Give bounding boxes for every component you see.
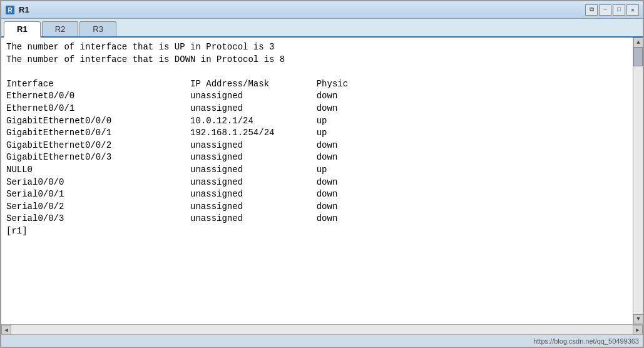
window-title: R1: [19, 5, 585, 14]
hscroll-right-button[interactable]: ▶: [633, 325, 643, 335]
restore-button[interactable]: ⧉: [585, 4, 598, 16]
minimize-button[interactable]: ─: [599, 4, 611, 16]
hscroll-left-button[interactable]: ◀: [1, 325, 11, 335]
window-controls: ⧉ ─ □ ✕: [585, 4, 639, 16]
vertical-scrollbar[interactable]: ▲ ▼: [633, 38, 643, 324]
status-text: https://blog.csdn.net/qq_50499363: [533, 337, 639, 345]
scroll-up-button[interactable]: ▲: [633, 38, 643, 48]
maximize-button[interactable]: □: [613, 4, 625, 16]
terminal-output[interactable]: The number of interface that is UP in Pr…: [1, 38, 633, 324]
window-icon: R: [5, 5, 15, 15]
tab-r3[interactable]: R3: [79, 21, 116, 36]
main-window: R R1 ⧉ ─ □ ✕ R1 R2 R3 The number of inte…: [0, 0, 644, 348]
title-bar: R R1 ⧉ ─ □ ✕: [1, 1, 643, 19]
scroll-track[interactable]: [633, 48, 643, 314]
content-area: The number of interface that is UP in Pr…: [1, 38, 643, 324]
svg-text:R: R: [8, 7, 13, 14]
tab-r1[interactable]: R1: [4, 21, 41, 38]
scroll-down-button[interactable]: ▼: [633, 314, 643, 324]
tab-bar: R1 R2 R3: [1, 19, 643, 38]
status-bar: https://blog.csdn.net/qq_50499363: [1, 334, 643, 347]
tab-r2[interactable]: R2: [42, 21, 79, 36]
hscroll-track[interactable]: [11, 325, 633, 334]
close-button[interactable]: ✕: [626, 4, 639, 16]
scroll-thumb[interactable]: [633, 48, 643, 66]
horizontal-scrollbar[interactable]: ◀ ▶: [1, 324, 643, 334]
